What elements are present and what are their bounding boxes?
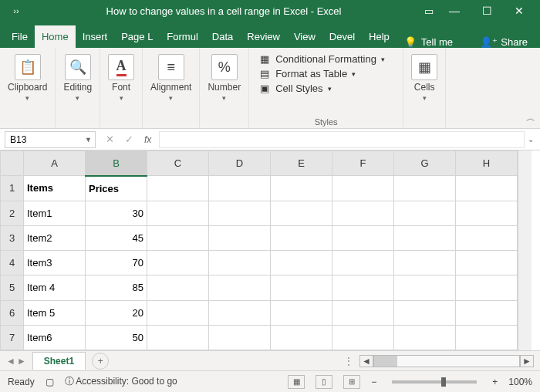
cell-A2[interactable]: Item1	[24, 201, 86, 225]
tab-formul[interactable]: Formul	[160, 25, 204, 48]
add-sheet-button[interactable]: +	[92, 353, 109, 370]
chevron-down-icon[interactable]: ▼	[85, 136, 92, 144]
editing-button[interactable]: 🔍 Editing ▾	[63, 51, 92, 102]
cell-E2[interactable]	[271, 201, 332, 225]
tab-file[interactable]: File	[5, 25, 35, 48]
cell-B1[interactable]: Prices	[86, 176, 147, 201]
fx-icon[interactable]: fx	[144, 134, 151, 145]
cell-F5[interactable]	[332, 275, 394, 300]
font-button[interactable]: A Font ▾	[108, 51, 134, 102]
cell-A4[interactable]: Item3	[24, 251, 86, 275]
cell-F1[interactable]	[332, 176, 394, 201]
cell-A1[interactable]: Items	[24, 176, 86, 201]
tab-insert[interactable]: Insert	[76, 25, 115, 48]
cell-E5[interactable]	[271, 275, 332, 300]
tell-me[interactable]: 💡 Tell me	[397, 36, 461, 48]
sheet-tab-sheet1[interactable]: Sheet1	[32, 352, 86, 370]
horizontal-scrollbar[interactable]: ◄ ►	[359, 355, 534, 367]
view-normal-button[interactable]: ▦	[288, 375, 305, 389]
cell-H5[interactable]	[456, 275, 518, 300]
col-header-A[interactable]: A	[24, 151, 86, 176]
cell-D2[interactable]	[209, 201, 271, 225]
cell-B3[interactable]: 45	[86, 225, 147, 250]
tab-data[interactable]: Data	[205, 25, 240, 48]
name-box[interactable]: B13 ▼	[5, 131, 96, 148]
tab-review[interactable]: Review	[240, 25, 287, 48]
cell-H3[interactable]	[456, 225, 518, 250]
tab-split-icon[interactable]: ⋮	[344, 356, 353, 367]
cell-E3[interactable]	[271, 225, 332, 250]
cell-C5[interactable]	[147, 275, 209, 300]
row-header-2[interactable]: 2	[1, 201, 24, 225]
col-header-E[interactable]: E	[271, 151, 332, 176]
cell-E7[interactable]	[271, 325, 332, 350]
cell-G5[interactable]	[394, 275, 456, 300]
zoom-level[interactable]: 100%	[508, 377, 532, 387]
maximize-button[interactable]: ☐	[471, 5, 503, 17]
zoom-slider[interactable]	[392, 380, 477, 384]
view-page-layout-button[interactable]: ▯	[316, 375, 332, 389]
share-button[interactable]: 👤⁺ Share	[472, 36, 535, 48]
cells-button[interactable]: ▦ Cells ▾	[411, 51, 437, 102]
sheet-nav-prev[interactable]: ◄	[6, 356, 15, 367]
cell-C3[interactable]	[147, 225, 209, 250]
cell-F3[interactable]	[332, 225, 394, 250]
cell-H4[interactable]	[456, 251, 518, 275]
cell-C7[interactable]	[147, 325, 209, 350]
expand-formula-bar[interactable]: ⌄	[528, 135, 540, 144]
cell-A6[interactable]: Item 5	[24, 300, 86, 325]
cell-D6[interactable]	[209, 300, 271, 325]
cell-C4[interactable]	[147, 251, 209, 275]
cell-H6[interactable]	[456, 300, 518, 325]
formula-input[interactable]	[159, 131, 525, 148]
tab-devel[interactable]: Devel	[322, 25, 362, 48]
cell-A3[interactable]: Item2	[24, 225, 86, 250]
cell-G3[interactable]	[394, 225, 456, 250]
cell-D5[interactable]	[209, 275, 271, 300]
select-all-corner[interactable]	[1, 151, 24, 176]
cell-F2[interactable]	[332, 201, 394, 225]
row-header-1[interactable]: 1	[1, 176, 24, 201]
cell-A5[interactable]: Item 4	[24, 275, 86, 300]
row-header-4[interactable]: 4	[1, 251, 24, 275]
cell-H2[interactable]	[456, 201, 518, 225]
cell-D3[interactable]	[209, 225, 271, 250]
view-page-break-button[interactable]: ⊞	[343, 375, 360, 389]
col-header-C[interactable]: C	[147, 151, 209, 176]
cell-C1[interactable]	[147, 176, 209, 201]
cell-A7[interactable]: Item6	[24, 325, 86, 350]
zoom-out-button[interactable]: −	[371, 377, 376, 387]
scroll-right-button[interactable]: ►	[520, 355, 534, 367]
cell-F7[interactable]	[332, 325, 394, 350]
vertical-scrollbar[interactable]	[518, 150, 532, 350]
col-header-D[interactable]: D	[209, 151, 271, 176]
tab-view[interactable]: View	[287, 25, 322, 48]
cell-styles-button[interactable]: ▣ Cell Styles ▾	[257, 82, 386, 95]
accessibility-status[interactable]: ⓘ Accessibility: Good to go	[65, 375, 177, 388]
ribbon-display-icon[interactable]: ▭	[420, 5, 438, 17]
tab-pagel[interactable]: Page L	[114, 25, 160, 48]
row-header-5[interactable]: 5	[1, 275, 24, 300]
cell-D1[interactable]	[209, 176, 271, 201]
tab-home[interactable]: Home	[35, 25, 76, 48]
qat-more-icon[interactable]: ››	[5, 6, 28, 15]
collapse-ribbon-button[interactable]: ︿	[526, 112, 535, 125]
col-header-B[interactable]: B	[86, 151, 147, 176]
cell-B4[interactable]: 70	[86, 251, 147, 275]
cell-B2[interactable]: 30	[86, 201, 147, 225]
cell-B5[interactable]: 85	[86, 275, 147, 300]
cell-H7[interactable]	[456, 325, 518, 350]
col-header-H[interactable]: H	[456, 151, 518, 176]
cell-E4[interactable]	[271, 251, 332, 275]
alignment-button[interactable]: ≡ Alignment ▾	[150, 51, 191, 102]
cell-G2[interactable]	[394, 201, 456, 225]
close-button[interactable]: ✕	[503, 5, 535, 17]
number-button[interactable]: % Number ▾	[208, 51, 241, 102]
cell-G6[interactable]	[394, 300, 456, 325]
zoom-in-button[interactable]: +	[492, 377, 498, 387]
cell-D7[interactable]	[209, 325, 271, 350]
cell-E6[interactable]	[271, 300, 332, 325]
cell-B7[interactable]: 50	[86, 325, 147, 350]
cell-C2[interactable]	[147, 201, 209, 225]
cell-G4[interactable]	[394, 251, 456, 275]
